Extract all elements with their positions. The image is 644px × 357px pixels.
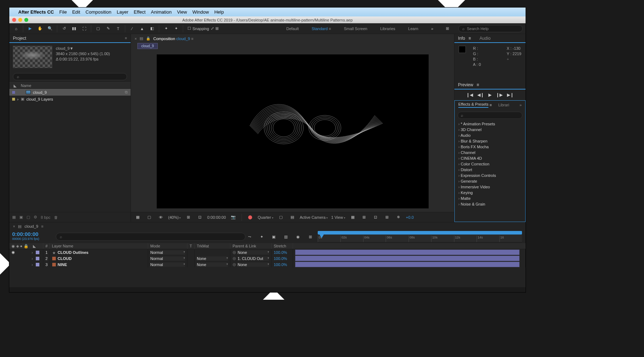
current-time[interactable]: 0:00:00:00 <box>12 231 53 237</box>
fast-draft-icon[interactable]: ⊞ <box>360 213 368 221</box>
track-camera-icon[interactable]: ▮▮ <box>70 25 78 33</box>
parent-dropdown[interactable]: None▾ <box>238 250 269 255</box>
project-item[interactable]: cloud_9 ⧉ <box>9 89 131 96</box>
pen-tool-icon[interactable]: ✎ <box>104 25 112 33</box>
parent-dropdown[interactable]: 1. CLOUD Out▾ <box>238 256 269 261</box>
draft-3d-icon[interactable]: ✦ <box>258 233 265 241</box>
effect-category[interactable]: Distort <box>455 167 525 173</box>
bpc-toggle[interactable]: 8 bpc <box>41 215 50 219</box>
stretch-value[interactable]: 100.0% <box>274 262 287 267</box>
layer-name[interactable]: CLOUD Outlines <box>58 250 88 255</box>
menu-layer[interactable]: Layer <box>117 9 128 15</box>
menu-view[interactable]: View <box>177 9 187 15</box>
viewer-controls-icon[interactable]: ▤ <box>140 36 143 41</box>
layer-name[interactable]: CLOUD <box>58 256 72 261</box>
effect-category[interactable]: Generate <box>455 178 525 184</box>
lock-icon[interactable]: 🔒 <box>146 37 150 40</box>
pickwhip-icon[interactable]: ◎ <box>233 250 236 255</box>
twirl-icon[interactable]: › <box>31 256 33 261</box>
layer-controls-icon[interactable]: ▤ <box>18 224 21 229</box>
playhead-icon[interactable] <box>319 235 324 238</box>
menu-animation[interactable]: Animation <box>151 9 172 15</box>
effect-category[interactable]: Keying <box>455 190 525 196</box>
project-settings-icon[interactable]: ⚙ <box>34 215 37 219</box>
viewer-canvas[interactable] <box>131 51 454 212</box>
comp-name[interactable]: cloud_9▼ <box>56 46 110 51</box>
layer-search[interactable] <box>56 233 245 241</box>
graph-editor-icon[interactable]: ⊞ <box>306 233 314 241</box>
sync-settings-icon[interactable]: ⊞ <box>443 25 451 33</box>
interpret-footage-icon[interactable]: ▦ <box>12 215 16 219</box>
menu-window[interactable]: Window <box>192 9 209 15</box>
3d-renderer-icon[interactable]: ⊡ <box>372 213 380 221</box>
parent-dropdown[interactable]: None▾ <box>238 262 269 267</box>
blend-mode-dropdown[interactable]: Normal▾ <box>150 256 185 261</box>
flowchart-icon[interactable]: ⧉ <box>125 90 128 95</box>
layer-bar[interactable] <box>295 262 519 267</box>
workspace-default[interactable]: Default <box>283 25 302 32</box>
layer-bar[interactable] <box>295 256 519 261</box>
layer-bar[interactable] <box>295 250 519 255</box>
orbit-camera-icon[interactable]: ↺ <box>60 25 68 33</box>
resolution-dropdown[interactable]: Quarter▾ <box>258 215 273 219</box>
minimize-button[interactable] <box>18 18 22 22</box>
help-search[interactable]: ⌕ Search Help <box>458 25 523 32</box>
transparency-grid-icon[interactable]: ▢ <box>145 213 153 221</box>
effect-category[interactable]: Noise & Grain <box>455 201 525 207</box>
clone-stamp-icon[interactable]: ▲ <box>138 25 146 33</box>
effect-category[interactable]: CINEMA 4D <box>455 155 525 161</box>
close-tab-icon[interactable]: × <box>135 37 137 41</box>
magnification-dropdown[interactable]: (40%)▾ <box>168 215 181 219</box>
timeline-layer-row[interactable]: › 2 CLOUD Normal▾ None▾ ◎1. CLOUD Out▾ 1… <box>9 255 526 261</box>
prev-frame-icon[interactable]: ◀❙ <box>477 92 484 97</box>
last-frame-icon[interactable]: ▶❙ <box>507 92 514 97</box>
tag-icon[interactable]: ◣ <box>14 83 16 88</box>
layer-name[interactable]: NINE <box>58 262 67 267</box>
hide-shy-icon[interactable]: ▣ <box>270 233 278 241</box>
project-item[interactable]: › ▣ cloud_9 Layers <box>9 96 131 102</box>
pixel-aspect-icon[interactable]: ▦ <box>349 213 357 221</box>
twirl-icon[interactable]: › <box>31 262 33 267</box>
effect-category[interactable]: Expression Controls <box>455 173 525 178</box>
always-preview-icon[interactable]: ▦ <box>134 213 142 221</box>
app-name[interactable]: After Effects CC <box>18 9 54 15</box>
effect-category[interactable]: Immersive Video <box>455 184 525 190</box>
hand-tool-icon[interactable]: ✋ <box>36 25 44 33</box>
current-time[interactable]: 0:00:00:00 <box>207 215 226 219</box>
viewer-tab[interactable]: Composition cloud_9 ≡ <box>153 37 193 41</box>
blend-mode-dropdown[interactable]: Normal▾ <box>150 262 185 267</box>
zoom-tool-icon[interactable]: 🔍 <box>46 25 54 33</box>
trkmat-column[interactable]: TrkMat <box>195 243 230 249</box>
effect-category[interactable]: * Animation Presets <box>455 121 525 127</box>
shape-tool-icon[interactable]: ▢ <box>94 25 102 33</box>
timeline-layer-row[interactable]: ◉› 1 ★CLOUD Outlines Normal▾ ◎None▾ 100.… <box>9 249 526 255</box>
parent-column[interactable]: Parent & Link <box>230 243 272 249</box>
pickwhip-icon[interactable]: ◎ <box>233 256 236 261</box>
unified-camera-icon[interactable]: ⛶ <box>80 25 88 33</box>
project-panel-tab[interactable]: Project≡ <box>9 34 131 43</box>
effect-category[interactable]: Matte <box>455 196 525 201</box>
label-swatch[interactable] <box>36 257 39 260</box>
blend-mode-dropdown[interactable]: Normal▾ <box>150 250 185 255</box>
effect-category[interactable]: Audio <box>455 132 525 138</box>
next-frame-icon[interactable]: ❙▶ <box>496 92 503 97</box>
layer-name-column[interactable]: Layer Name <box>50 243 148 249</box>
stretch-column[interactable]: Stretch <box>272 243 293 249</box>
type-tool-icon[interactable]: T <box>114 25 122 33</box>
selection-tool-icon[interactable]: ▶ <box>26 25 34 33</box>
libraries-tab[interactable]: Librari <box>498 103 509 107</box>
roto-brush-icon[interactable]: ✦ <box>162 25 170 33</box>
effect-category[interactable]: 3D Channel <box>455 127 525 132</box>
fast-previews-icon[interactable]: ▢ <box>277 213 285 221</box>
timeline-tab[interactable]: cloud_9 <box>24 224 38 228</box>
number-column[interactable]: # <box>43 243 50 249</box>
project-search[interactable]: ⌕ <box>13 73 127 80</box>
trkmat-dropdown[interactable]: None▾ <box>197 256 228 261</box>
views-dropdown[interactable]: 1 View▾ <box>331 215 345 219</box>
home-icon[interactable]: ⌂ <box>12 25 20 33</box>
mode-column[interactable]: Mode <box>148 243 187 249</box>
effect-category[interactable]: Color Correction <box>455 161 525 167</box>
preview-panel-tab[interactable]: Preview ≡ <box>454 81 526 90</box>
panel-overflow-icon[interactable]: » <box>519 103 522 107</box>
mask-visibility-icon[interactable]: 👁 <box>157 213 165 221</box>
